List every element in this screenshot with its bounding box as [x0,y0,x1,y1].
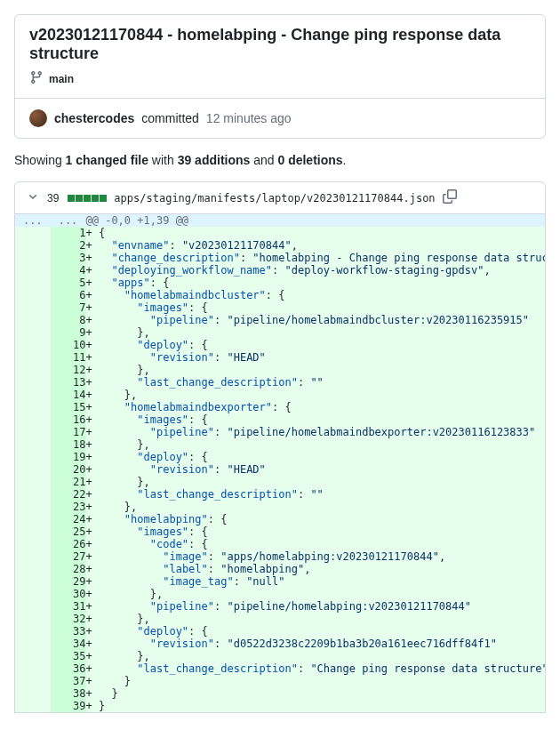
line-content: + } [86,675,546,687]
line-num-new: 14 [51,389,86,401]
line-num-new: 11 [51,351,86,364]
line-num-new: 5 [51,277,86,289]
line-num-new: 1 [51,227,86,239]
line-num-new: 21 [51,476,86,488]
line-num-old [15,364,51,376]
line-content: + "deploy": { [86,339,546,351]
line-num-old [15,687,51,700]
line-num-old [15,264,51,277]
chevron-down-icon[interactable] [26,189,40,206]
line-content: + "pipeline": "pipeline/homelabping:v202… [86,600,546,613]
line-num-old [15,227,51,239]
line-num-old [15,451,51,463]
line-num-old [15,413,51,426]
author-name[interactable]: chestercodes [54,111,134,125]
diff-line: 39+ } [15,700,546,713]
line-num-new: 13 [51,376,86,389]
diff-line: 33+ "deploy": { [15,625,546,638]
diff-line: 26+ "code": { [15,538,546,550]
line-num-new: 16 [51,413,86,426]
line-content: + "homelabmaindbexporter": { [86,401,546,413]
line-num-new: 35 [51,650,86,662]
line-num-new: 31 [51,600,86,613]
line-content: + "images": { [86,301,546,314]
line-content: + "pipeline": "pipeline/homelabmaindbexp… [86,426,546,438]
diff-line: 35+ }, [15,650,546,662]
line-num-old [15,600,51,613]
diff-line: 30+ }, [15,588,546,600]
line-content: + }, [86,389,546,401]
line-num-new: 27 [51,550,86,563]
diff-line: 6+ "homelabmaindbcluster": { [15,289,546,301]
line-num-new: 2 [51,239,86,252]
line-num-old [15,662,51,675]
diff-line: 27+ "image": "apps/homelabping:v20230121… [15,550,546,563]
diff-line: 32+ }, [15,613,546,625]
line-num-new: 15 [51,401,86,413]
diff-line: 19+ "deploy": { [15,451,546,463]
line-num-old [15,463,51,476]
line-content: + "homelabping": { [86,513,546,525]
line-content: + "image": "apps/homelabping:v2023012117… [86,550,546,563]
line-num-new: 22 [51,488,86,501]
avatar[interactable] [29,109,47,127]
line-num-old [15,252,51,264]
diff-line: 23+ }, [15,501,546,513]
line-num-old [15,513,51,525]
line-num-new: 6 [51,289,86,301]
line-num-new: 37 [51,675,86,687]
line-num-new: 30 [51,588,86,600]
line-num-old [15,525,51,538]
diff-line: 37+ } [15,675,546,687]
line-num-old [15,351,51,364]
diff-line: 3+ "change_description": "homelabping - … [15,252,546,264]
line-num-old [15,277,51,289]
line-content: + }, [86,613,546,625]
diff-line: 2+ "envname": "v20230121170844", [15,239,546,252]
line-num-old [15,239,51,252]
line-content: + "apps": { [86,277,546,289]
hunk-header: @@ -0,0 +1,39 @@ [86,214,546,227]
line-content: + "pipeline": "pipeline/homelabmaindbclu… [86,314,546,326]
line-num-old [15,326,51,339]
line-num-old [15,575,51,588]
line-content: + } [86,700,546,713]
diff-line: 15+ "homelabmaindbexporter": { [15,401,546,413]
line-content: + "image_tag": "null" [86,575,546,588]
line-content: + "revision": "HEAD" [86,463,546,476]
file-change-count: 39 [47,192,59,205]
line-num-new: 19 [51,451,86,463]
line-content: + "deploy": { [86,625,546,638]
line-content: + "homelabmaindbcluster": { [86,289,546,301]
branch-name[interactable]: main [49,73,74,85]
line-num-new: 26 [51,538,86,550]
file-path[interactable]: apps/staging/manifests/laptop/v202301211… [114,192,435,205]
line-content: + }, [86,588,546,600]
branch-row: main [15,70,545,98]
line-num-new: 39 [51,700,86,713]
copy-icon[interactable] [443,189,457,206]
diff-line: 8+ "pipeline": "pipeline/homelabmaindbcl… [15,314,546,326]
line-content: + "label": "homelabping", [86,563,546,575]
diff-line: 25+ "images": { [15,525,546,538]
line-content: + }, [86,364,546,376]
hunk-num-old: ... [15,214,51,227]
diff-line: 21+ }, [15,476,546,488]
line-num-old [15,650,51,662]
diff-line: 18+ }, [15,438,546,451]
line-content: + "revision": "d0522d3238c2209b1ba3b20a1… [86,638,546,650]
diff-line: 29+ "image_tag": "null" [15,575,546,588]
diff-line: 17+ "pipeline": "pipeline/homelabmaindbe… [15,426,546,438]
line-num-old [15,476,51,488]
line-num-new: 33 [51,625,86,638]
line-num-old [15,700,51,713]
line-content: + } [86,687,546,700]
line-num-new: 4 [51,264,86,277]
diff-line: 12+ }, [15,364,546,376]
file-header: 39 apps/staging/manifests/laptop/v202301… [14,181,546,214]
diff-line: 5+ "apps": { [15,277,546,289]
line-content: + "revision": "HEAD" [86,351,546,364]
line-content: + "images": { [86,413,546,426]
diff-line: 9+ }, [15,326,546,339]
line-content: + "last_change_description": "Change pin… [86,662,546,675]
